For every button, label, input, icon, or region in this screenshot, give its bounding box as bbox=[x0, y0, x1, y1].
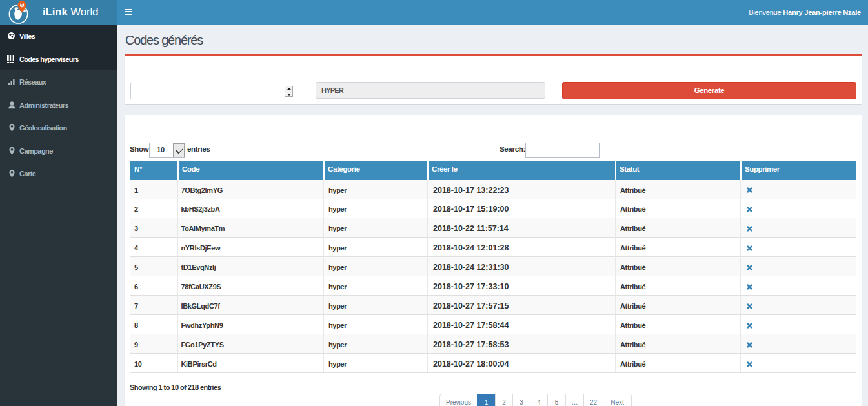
svg-text:$: $ bbox=[21, 3, 23, 8]
